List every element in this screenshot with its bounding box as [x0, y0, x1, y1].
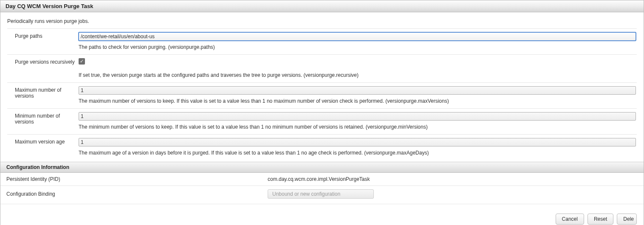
input-max-age[interactable]	[79, 138, 636, 146]
label-binding: Configuration Binding	[0, 186, 262, 202]
label-max-age: Maximum version age	[7, 138, 79, 145]
config-info-table: Persistent Identity (PID) com.day.cq.wcm…	[0, 173, 644, 202]
row-recursive: Purge versions recursively ✓ If set true…	[7, 54, 637, 82]
delete-button[interactable]: Dele	[617, 214, 637, 225]
row-min-versions: Minimum number of versions The minimum n…	[7, 108, 637, 134]
label-recursive: Purge versions recursively	[7, 58, 79, 65]
label-max-versions: Maximum number of versions	[7, 86, 79, 99]
help-min-versions: The minimum number of versions to keep. …	[79, 124, 636, 130]
input-max-versions[interactable]	[79, 86, 636, 95]
row-binding: Configuration Binding Unbound or new con…	[0, 186, 644, 202]
label-purge-paths: Purge paths	[7, 32, 79, 39]
label-pid: Persistent Identity (PID)	[0, 173, 262, 186]
form-area: Purge paths The paths to check for versi…	[0, 28, 644, 162]
label-min-versions: Minimum number of versions	[7, 112, 79, 125]
input-purge-paths[interactable]	[79, 32, 636, 41]
row-max-age: Maximum version age The maximum age of a…	[7, 134, 637, 160]
cancel-button[interactable]: Cancel	[556, 214, 584, 225]
row-max-versions: Maximum number of versions The maximum n…	[7, 82, 637, 108]
help-purge-paths: The paths to check for version purging. …	[79, 44, 636, 50]
row-pid: Persistent Identity (PID) com.day.cq.wcm…	[0, 173, 644, 186]
value-binding: Unbound or new configuration	[268, 189, 374, 199]
dialog-description: Periodically runs version purge jobs.	[0, 12, 644, 28]
button-bar: Cancel Reset Dele	[0, 204, 644, 225]
help-max-age: The maximum age of a version in days bef…	[79, 150, 636, 156]
row-purge-paths: Purge paths The paths to check for versi…	[7, 28, 637, 54]
input-min-versions[interactable]	[79, 112, 636, 121]
checkbox-recursive[interactable]: ✓	[79, 58, 85, 65]
config-dialog: Day CQ WCM Version Purge Task Periodical…	[0, 0, 644, 225]
dialog-title: Day CQ WCM Version Purge Task	[0, 0, 644, 12]
reset-button[interactable]: Reset	[588, 214, 613, 225]
help-max-versions: The maximum number of versions to keep. …	[79, 98, 636, 104]
config-info-heading: Configuration Information	[0, 162, 644, 173]
help-recursive: If set true, the version purge starts at…	[79, 72, 636, 78]
value-pid: com.day.cq.wcm.core.impl.VersionPurgeTas…	[262, 173, 644, 186]
